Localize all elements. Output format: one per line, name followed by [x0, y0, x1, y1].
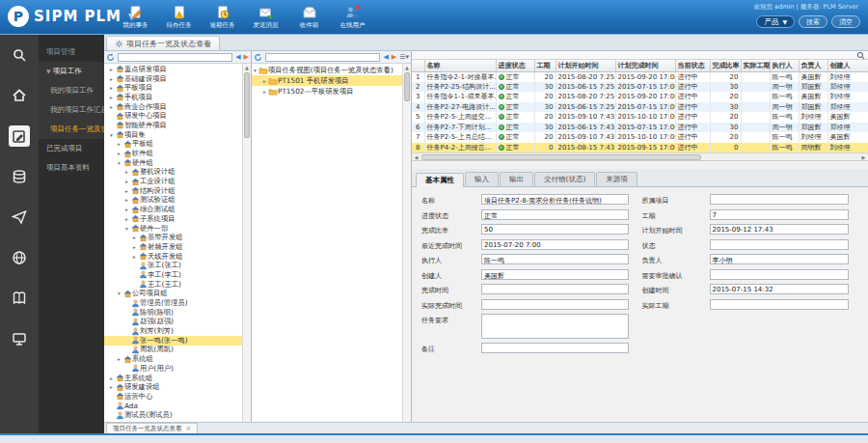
tree-node-project[interactable]: 智能硬件项目 [104, 121, 242, 130]
expand-icon[interactable]: ▸ [123, 188, 130, 194]
field-left-0[interactable]: 项目任务P2-8-需求分析任务(任务说明) [481, 194, 629, 205]
expand-icon[interactable]: ▸ [123, 179, 130, 184]
scroll-left-icon[interactable]: ◀ [412, 153, 420, 161]
expand-icon[interactable]: ▸ [123, 207, 130, 212]
column-header-10[interactable]: 负责人 [799, 60, 827, 71]
toolbar-online-users-button[interactable]: 在线用户 [331, 3, 374, 30]
expand-icon[interactable]: ▸ [108, 104, 115, 110]
scrollbar-thumb[interactable] [421, 154, 701, 160]
field-left-4[interactable]: 陈一鸣 [481, 254, 629, 264]
expand-icon[interactable]: ▸ [116, 356, 122, 362]
nav-other-0[interactable]: 已完成项目 [39, 139, 104, 158]
search-scope-dropdown[interactable]: 产品 ▼ [756, 15, 795, 28]
expand-icon[interactable]: ▸ [131, 235, 138, 240]
column-header-11[interactable]: 创建人 [827, 60, 868, 71]
tree-node-user[interactable]: 周凯(周凯) [104, 346, 242, 355]
tree-node-project[interactable]: ▸ 子系统项目 [104, 214, 242, 224]
field-right-6[interactable]: 2015-07-15 14:32 [710, 284, 850, 294]
field-left-3[interactable]: 2015-07-20 7:00 [481, 239, 629, 250]
nav-item-0[interactable]: 我的项目工作 [39, 81, 104, 100]
tree-node-project[interactable]: ▸ 软件组 [104, 149, 242, 158]
nav-item-1[interactable]: 我的项目工作汇总 [39, 100, 104, 120]
table-row[interactable]: 6任务P2-7-下周计划...正常302015-06-15 7:432015-0… [412, 123, 868, 133]
field-left-1[interactable]: 正常 [481, 209, 629, 220]
field-right-4[interactable]: 李小明 [710, 254, 850, 264]
table-row[interactable]: 1任务指令2-1-对接基本...正常202015-08-20 7:252015-… [412, 71, 868, 82]
table-row[interactable]: 3任务指令1-1-成果基本...正常202015-08-20 7:252015-… [412, 92, 868, 102]
expand-icon[interactable]: ▾ [116, 160, 122, 166]
field-left-8[interactable] [481, 314, 629, 339]
column-header-4[interactable]: 计划开始时间 [556, 60, 615, 71]
tree-node-project[interactable]: ▸ 天线开发组 [104, 252, 242, 262]
expand-icon[interactable]: ▸ [108, 375, 115, 381]
field-left-5[interactable]: 吴国辉 [481, 269, 629, 280]
tree-node-project[interactable]: ▸ 结构设计组 [104, 186, 242, 196]
project-tree-scrollbar[interactable]: ▲ [242, 64, 251, 422]
expand-icon[interactable]: ▸ [116, 141, 122, 147]
expand-icon[interactable]: ▾ [116, 291, 122, 296]
tree-node-project[interactable]: ▸ 系统组 [104, 354, 242, 364]
rail-book-icon[interactable] [0, 278, 39, 318]
field-right-2[interactable]: 2015-09-12 17:43 [710, 224, 850, 235]
tree-node-project[interactable]: ▸ 平板组 [104, 140, 242, 150]
tree-node-user[interactable]: 张工(张工) [104, 261, 242, 270]
expand-icon[interactable]: ▸ [108, 67, 115, 72]
task-filter-input[interactable] [265, 53, 380, 62]
expand-icon[interactable]: ▸ [123, 216, 130, 222]
field-left-9[interactable] [481, 343, 629, 353]
view-menu-icon[interactable]: ☰▾ [399, 53, 409, 61]
table-row[interactable]: 2任务P2-25-结构设计...正常302015-06-15 7:252015-… [412, 82, 868, 93]
table-horizontal-scrollbar[interactable]: ◀ ▶ [412, 152, 868, 161]
expand-icon[interactable]: ▸ [116, 151, 122, 156]
rail-send-icon[interactable] [0, 197, 39, 237]
tree-node-project[interactable]: ▸ 基带开发组 [104, 233, 242, 242]
detail-tab-1[interactable]: 输入 [465, 172, 499, 186]
tree-node-user[interactable]: 赵强(赵强) [104, 318, 242, 327]
task-tree-scrollbar[interactable]: ▲ [402, 64, 411, 422]
table-row[interactable]: 8任务P4-2-上周报告...正常02015-08-15 7:432015-09… [412, 143, 868, 153]
column-header-9[interactable]: 执行人 [770, 60, 799, 71]
tree-node-user[interactable]: Ada [104, 401, 242, 411]
field-left-7[interactable] [481, 299, 629, 310]
tree-node-project[interactable]: ▸ 研发建设组 [104, 382, 242, 392]
expand-icon[interactable]: ▸ [261, 78, 268, 84]
rail-monitor-icon[interactable] [0, 318, 39, 359]
field-left-6[interactable] [481, 284, 629, 294]
expand-icon[interactable]: ▸ [108, 95, 115, 100]
tree-node-project[interactable]: ▸ 整机设计组 [104, 168, 242, 178]
detail-tab-3[interactable]: 交付物(状态) [534, 172, 595, 186]
tree-node-project[interactable]: ▸ 综合测试组 [104, 205, 242, 214]
column-header-5[interactable]: 计划完成时间 [615, 60, 675, 71]
field-right-3[interactable] [710, 239, 850, 250]
tree-node-user[interactable]: 用户(用户) [104, 364, 242, 374]
tree-node-user[interactable]: 李工(李工) [104, 270, 242, 280]
tree-node-project[interactable]: ▸ 射频开发组 [104, 242, 242, 252]
close-icon[interactable]: × [186, 425, 192, 432]
tree-node-project[interactable]: ▸ 基础建设项目 [104, 74, 242, 84]
task-tree-project-0[interactable]: ▸ PT1501 手机研发项目 [252, 75, 402, 86]
table-row[interactable]: 7任务P2-5-上月总结...正常202015-09-10 7:432015-1… [412, 132, 868, 143]
nav-section-project-mgmt[interactable]: 项目管理 [39, 42, 104, 62]
expand-icon[interactable]: ▸ [108, 85, 115, 91]
column-header-8[interactable]: 实际工期 [741, 60, 770, 71]
toolbar-my-tasks-button[interactable]: 我的事务 [114, 3, 157, 30]
tree-node-project[interactable]: ▸ 工业设计组 [104, 177, 242, 186]
rail-edit-icon[interactable] [0, 116, 39, 156]
prev-match-icon[interactable]: ◀ [235, 54, 240, 61]
expand-icon[interactable]: ▸ [123, 197, 130, 203]
toolbar-overdue-tasks-button[interactable]: 逾期任务 [201, 3, 244, 30]
search-icon[interactable] [856, 51, 865, 60]
refresh-icon[interactable] [254, 53, 262, 62]
tree-node-project[interactable]: ▾ 公司项目组 [104, 290, 242, 299]
rail-home-icon[interactable] [0, 75, 39, 116]
toolbar-todo-tasks-button[interactable]: ! 待办任务 [157, 3, 201, 30]
next-match-icon[interactable]: ▶ [392, 54, 396, 61]
tree-node-project[interactable]: ▾ 硬件一部 [104, 224, 242, 234]
tree-node-user[interactable]: 陈明(陈明) [104, 308, 242, 318]
table-row[interactable]: 5任务P2-5-上周提交...正常202015-09-10 7:432015-1… [412, 112, 868, 123]
tree-node-project[interactable]: ▸ 平板项目 [104, 83, 242, 93]
tree-node-project[interactable]: 研发中心项目 [104, 111, 242, 121]
rail-database-icon[interactable] [0, 156, 39, 197]
field-right-7[interactable] [710, 299, 850, 310]
expand-icon[interactable]: ▸ [108, 76, 115, 82]
